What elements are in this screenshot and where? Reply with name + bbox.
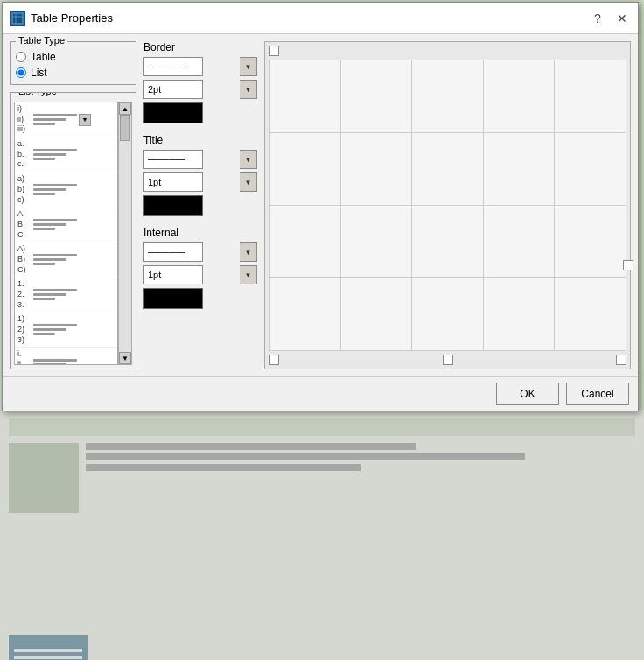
title-bar-controls: ? ✕ [589,10,631,27]
close-button[interactable]: ✕ [613,10,631,27]
preview-table-area [269,60,626,351]
list-dropdown-btn[interactable]: ▼ [79,114,91,126]
preview-cell [483,278,555,351]
preview-row [270,133,626,206]
scroll-thumb[interactable] [120,115,130,141]
help-button[interactable]: ? [589,10,606,27]
list-type-scrollbar[interactable]: ▲ ▼ [118,102,132,365]
preview-table [269,60,626,351]
cancel-button[interactable]: Cancel [566,383,629,405]
list-line [33,359,77,362]
list-item-lines [33,114,77,125]
list-line [33,123,55,125]
list-line [33,188,66,191]
title-style-select[interactable]: ────── - - - - · · · · none [144,150,203,169]
list-item-lines [33,254,77,265]
internal-color-swatch[interactable] [144,288,203,309]
preview-cell [340,133,412,206]
internal-style-dropdown-wrapper: ────── - - - - · · · · none ▼ [144,242,257,262]
scroll-down-btn[interactable]: ▼ [119,352,131,364]
preview-checkbox-bottomcenter[interactable] [443,355,453,365]
preview-checkbox-topleft[interactable] [269,46,279,56]
list-line [33,153,66,156]
radio-table-input[interactable] [16,52,26,62]
list-type-group: List Type i)ii)iii) [10,92,136,369]
list-item-numeric-paren[interactable]: 1)2)3) [15,312,117,348]
list-line [33,293,66,296]
bg-selected-item [9,635,88,660]
list-item-lines [33,324,77,335]
internal-size-select[interactable]: 1pt 2pt 3pt 4pt [144,265,203,284]
list-item-roman-lower[interactable]: i)ii)iii) ▼ [15,102,117,137]
title-color-swatch[interactable] [144,195,203,216]
list-type-list[interactable]: i)ii)iii) ▼ [14,102,118,365]
preview-row [270,206,626,278]
border-color-swatch[interactable] [144,102,203,123]
list-type-inner: i)ii)iii) ▼ [14,102,132,365]
list-type-label: List Type [16,92,60,96]
internal-size-dropdown-wrapper: 1pt 2pt 3pt 4pt ▼ [144,265,257,284]
list-line [33,254,77,256]
list-item-lines [33,149,77,160]
border-section: Border ────── - - - - · · · · none ▼ 1pt [144,41,257,123]
list-marker: a)b)c) [18,174,33,205]
radio-table[interactable]: Table [16,51,130,63]
list-line [33,298,55,300]
list-item-lines [33,184,77,195]
radio-list-label: List [31,67,47,79]
bg-text-line [86,464,360,471]
list-item-lines [33,359,77,365]
preview-cell [555,206,626,278]
preview-checkbox-bottomright[interactable] [616,355,626,365]
internal-section: Internal ────── - - - - · · · · none ▼ 1… [144,227,257,309]
radio-list-input[interactable] [16,67,26,78]
ok-button[interactable]: OK [496,383,559,405]
list-item-roman-lower-dot[interactable]: i.ii.iii. [15,348,117,365]
border-size-dropdown-wrapper: 1pt 2pt 3pt 4pt ▼ [144,80,257,99]
preview-checkbox-bottomleft[interactable] [269,355,279,365]
bg-text-line [86,453,525,460]
preview-cell [340,278,412,351]
bg-item-line [14,649,82,652]
title-size-select[interactable]: 1pt 2pt 3pt 4pt [144,172,203,192]
border-label: Border [144,41,257,53]
internal-style-select[interactable]: ────── - - - - · · · · none [144,242,203,262]
preview-cell [483,133,555,206]
bg-item-line [14,656,82,659]
list-item-alpha-paren[interactable]: a)b)c) [15,172,117,207]
preview-cell [340,206,412,278]
table-type-radio-group: Table List [16,51,130,79]
list-item-numeric[interactable]: 1.2.3. [15,277,117,312]
list-item-lines [33,289,77,300]
list-line [33,219,77,221]
title-bar: Table Properties ? ✕ [3,3,638,34]
list-line [33,363,66,365]
list-line [33,258,66,261]
preview-cell [483,60,555,133]
list-line [33,158,55,160]
radio-table-label: Table [31,51,56,63]
list-item-alpha-upper-paren[interactable]: S A)B)C) [15,242,117,277]
list-item-alpha-upper[interactable]: A.B.C. [15,207,117,242]
list-line [33,324,77,326]
border-size-select[interactable]: 1pt 2pt 3pt 4pt [144,80,203,99]
border-style-arrow: ▼ [240,57,257,76]
list-marker: 1)2)3) [18,314,33,345]
list-item-alpha-lower[interactable]: a.b.c. [15,137,117,172]
scroll-up-btn[interactable]: ▲ [119,102,131,115]
list-line [33,333,55,335]
table-properties-dialog: Table Properties ? ✕ Table Type Table Li… [2,2,639,411]
border-style-select[interactable]: ────── - - - - · · · · none [144,57,203,76]
list-marker: A)B)C) [18,244,33,275]
title-size-dropdown-wrapper: 1pt 2pt 3pt 4pt ▼ [144,172,257,192]
preview-checkbox-rightcenter[interactable] [623,260,634,270]
preview-cell [555,133,626,206]
preview-cell [483,206,555,278]
list-line [33,184,77,186]
preview-cell [270,278,341,351]
dropdown-arrow-area: ▼ [79,114,91,126]
title-style-dropdown-wrapper: ────── - - - - · · · · none ▼ [144,150,257,169]
radio-list[interactable]: List [16,67,130,79]
left-panel: Table Type Table List List Type [10,41,136,369]
preview-bottom-row [269,355,626,365]
